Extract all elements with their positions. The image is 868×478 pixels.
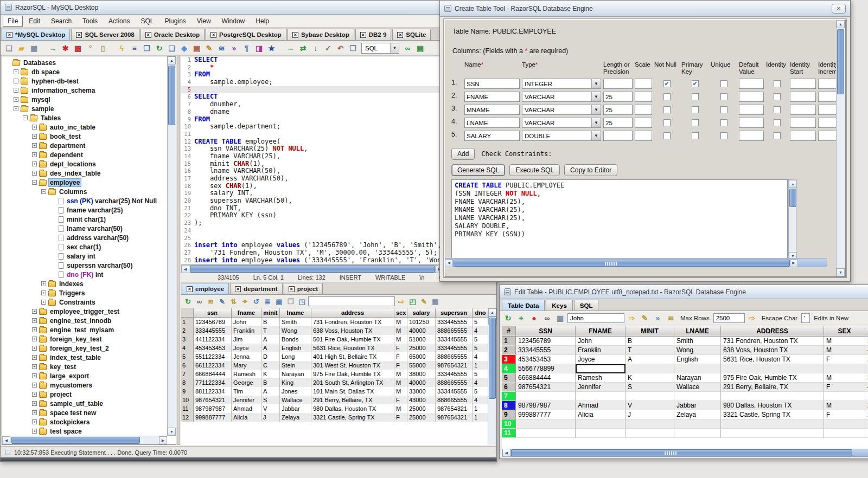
table-row[interactable]: 2333445555FranklinTWong638 Voss, Houston…: [502, 346, 868, 355]
scroll-thumb[interactable]: [511, 449, 852, 456]
cell[interactable]: F: [394, 344, 407, 352]
add-column-button[interactable]: Add: [451, 148, 475, 160]
tree-item[interactable]: −employee: [2, 178, 167, 187]
cell[interactable]: 333445555: [436, 318, 473, 326]
database-icon[interactable]: ▯: [97, 42, 108, 54]
tree-item[interactable]: +department: [2, 141, 167, 150]
cell[interactable]: 291 Berry, Bellaire, TX: [721, 383, 824, 392]
expand-icon[interactable]: +: [14, 88, 18, 93]
expand-icon[interactable]: +: [32, 152, 37, 157]
cell[interactable]: 999887777: [194, 413, 232, 422]
column-header[interactable]: salary: [407, 308, 436, 317]
tree-item[interactable]: lname varchar(50): [2, 224, 167, 233]
cell[interactable]: 987654321: [436, 361, 473, 370]
identity-checkbox[interactable]: [774, 93, 781, 100]
cell[interactable]: M: [394, 370, 407, 378]
scroll-thumb[interactable]: [789, 189, 796, 207]
tree-item[interactable]: +engine_test_innodb: [2, 316, 167, 325]
cell[interactable]: 731 Fondren, Houston TX: [311, 318, 394, 326]
cell[interactable]: J: [626, 410, 674, 419]
tab-keys[interactable]: Keys: [546, 300, 573, 311]
cell[interactable]: F: [394, 396, 407, 404]
tree-item[interactable]: −Columns: [2, 187, 167, 196]
close-tab-icon[interactable]: [145, 32, 151, 38]
cell[interactable]: 333445555: [436, 387, 473, 396]
cell[interactable]: Smith: [280, 318, 311, 326]
tree-item[interactable]: +large_export: [2, 371, 167, 380]
cell[interactable]: 888665555: [436, 326, 473, 335]
expand-icon[interactable]: +: [32, 355, 37, 360]
cell[interactable]: 4: [473, 326, 488, 335]
scroll-thumb[interactable]: [11, 437, 140, 444]
expand-icon[interactable]: +: [32, 346, 37, 351]
cell[interactable]: Narayan: [674, 373, 721, 383]
cell[interactable]: M: [824, 346, 865, 355]
expand-icon[interactable]: +: [32, 162, 37, 166]
cell[interactable]: Joyce: [232, 344, 261, 352]
cell[interactable]: [865, 392, 868, 401]
cell[interactable]: F: [824, 355, 865, 364]
tree-item[interactable]: +engine_test_myisam: [2, 325, 167, 334]
length-input[interactable]: 25: [603, 118, 633, 128]
cell[interactable]: 638 Voss, Houston TX: [311, 326, 394, 335]
uppercase-icon[interactable]: ¶: [241, 42, 252, 54]
cell[interactable]: 453453453: [516, 355, 576, 364]
identity-increment-input[interactable]: [818, 118, 836, 128]
scroll-left-icon[interactable]: [445, 259, 453, 267]
sort-icon[interactable]: ⇅: [228, 296, 239, 307]
cell[interactable]: M: [394, 387, 407, 396]
table-row[interactable]: 3453453453JoyceAEnglish5631 Rice, Housto…: [502, 355, 868, 364]
cell[interactable]: M: [824, 337, 865, 346]
edit-icon[interactable]: ✎: [639, 312, 650, 324]
primary-key-checkbox[interactable]: [692, 106, 699, 113]
cell[interactable]: A: [261, 344, 280, 352]
cell[interactable]: 25000: [407, 404, 436, 413]
not-null-checkbox[interactable]: [663, 119, 671, 126]
column-header[interactable]: SSN: [516, 326, 576, 336]
table-row[interactable]: 7666884444RameshKNarayan975 Fire Oak, Hu…: [181, 370, 488, 378]
cell[interactable]: 51000: [407, 335, 436, 344]
cell[interactable]: 4: [473, 396, 488, 404]
cell[interactable]: Joyce: [576, 355, 626, 364]
expand-icon[interactable]: +: [32, 327, 37, 332]
cell[interactable]: A: [626, 355, 674, 364]
expand-icon[interactable]: +: [14, 97, 18, 102]
cell[interactable]: 999887777: [516, 410, 576, 419]
expand-icon[interactable]: +: [32, 429, 37, 434]
column-header[interactable]: superssn: [436, 308, 473, 317]
column-header[interactable]: FNAME: [576, 326, 626, 336]
favorites-icon[interactable]: ★: [266, 42, 277, 54]
expand-icon[interactable]: +: [32, 383, 37, 387]
commit-icon[interactable]: ✓: [322, 42, 334, 54]
cell[interactable]: 551122334: [194, 352, 232, 361]
default-value-input[interactable]: [739, 105, 764, 115]
scroll-up-icon[interactable]: [837, 20, 845, 28]
cell[interactable]: [865, 364, 868, 373]
tab-table-data[interactable]: Table Data: [502, 300, 545, 311]
column-name-input[interactable]: LNAME: [464, 118, 520, 128]
search-input[interactable]: John: [567, 313, 624, 323]
cell[interactable]: [576, 364, 626, 373]
table-row[interactable]: 11987987987AhmadVJabbar980 Dallas, Houst…: [181, 404, 488, 413]
close-tab-icon[interactable]: [289, 286, 295, 292]
cell[interactable]: 731 Fondren, Houston TX: [721, 337, 824, 346]
table-row[interactable]: 6987654321JenniferSWallace291 Berry, Bel…: [502, 383, 868, 392]
close-tab-icon[interactable]: [235, 286, 241, 292]
result-grid[interactable]: ssnfnameminitlnameaddresssexsalarysupers…: [181, 308, 488, 445]
tree-item[interactable]: +db space: [2, 67, 167, 76]
edit-icon[interactable]: ✎: [217, 296, 227, 307]
cell[interactable]: Jones: [280, 387, 311, 396]
tree-item[interactable]: +employee_trigger_test: [2, 307, 167, 316]
not-null-checkbox[interactable]: [663, 132, 671, 139]
execute-icon[interactable]: →: [285, 42, 296, 54]
table-row[interactable]: 4453453453JoyceAEnglish5631 Rice, Housto…: [181, 344, 488, 352]
cell[interactable]: Zelaya: [674, 410, 721, 419]
cell[interactable]: [674, 364, 721, 373]
list-icon[interactable]: ≣: [263, 296, 273, 307]
row-number[interactable]: 6: [502, 383, 516, 392]
tree-item[interactable]: +test space: [2, 427, 167, 436]
column-type-select[interactable]: DOUBLE: [522, 131, 601, 141]
table-row[interactable]: 8987987987AhmadVJabbar980 Dallas, Housto…: [502, 401, 868, 410]
close-tab-icon[interactable]: [292, 32, 298, 38]
save-icon[interactable]: ▦: [554, 312, 566, 324]
